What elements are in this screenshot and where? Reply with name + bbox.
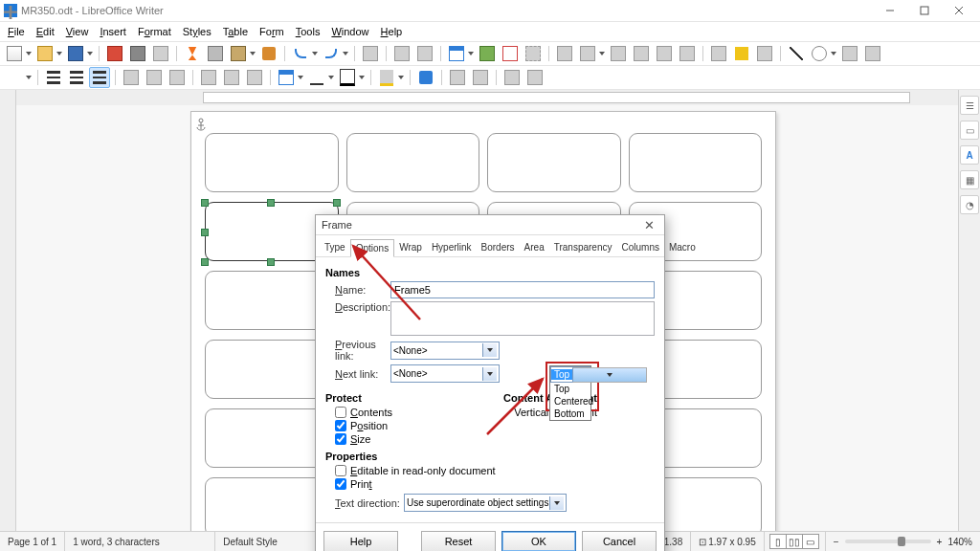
view-multi-icon[interactable]: ▯▯ <box>786 534 803 549</box>
sidebar-gallery-icon[interactable]: ▦ <box>960 170 979 189</box>
cut-button[interactable] <box>182 43 203 64</box>
field-dropdown[interactable] <box>598 52 606 55</box>
menu-file[interactable]: File <box>2 24 31 39</box>
redo-button[interactable] <box>321 43 342 64</box>
line-button[interactable] <box>786 43 807 64</box>
border-color-button[interactable] <box>337 67 358 88</box>
menu-window[interactable]: Window <box>325 24 374 39</box>
draw-functions-button[interactable] <box>839 43 860 64</box>
tab-type[interactable]: Type <box>320 239 350 256</box>
tab-hyperlink[interactable]: Hyperlink <box>427 239 477 256</box>
link-frames-button[interactable] <box>501 67 523 88</box>
tab-columns[interactable]: Columns <box>616 239 663 256</box>
save-dropdown[interactable] <box>86 52 94 55</box>
align-center-h-button[interactable] <box>144 67 165 88</box>
page-break-button[interactable] <box>554 43 575 64</box>
label-cell[interactable] <box>205 133 339 192</box>
areastyle-dropdown[interactable] <box>397 76 405 79</box>
cancel-button[interactable]: Cancel <box>582 531 657 551</box>
unlink-frames-button[interactable] <box>524 67 546 88</box>
frame-properties-button[interactable] <box>415 67 436 88</box>
wrap-through-button[interactable] <box>89 67 110 88</box>
align-right-button[interactable] <box>167 67 188 88</box>
label-cell[interactable] <box>487 133 621 192</box>
tab-area[interactable]: Area <box>520 239 549 256</box>
status-wordcount[interactable]: 1 word, 3 characters <box>65 532 215 551</box>
sidebar-page-icon[interactable]: ▭ <box>960 121 979 140</box>
name-input[interactable] <box>390 281 655 298</box>
menu-help[interactable]: Help <box>375 24 409 39</box>
redo-dropdown[interactable] <box>342 52 349 55</box>
bookmark-button[interactable] <box>677 43 698 64</box>
bring-front-button[interactable] <box>447 67 468 88</box>
menu-format[interactable]: Format <box>132 24 177 39</box>
align-center-v-button[interactable] <box>221 67 242 88</box>
sidebar-navigator-icon[interactable]: ◔ <box>960 195 979 214</box>
help-button[interactable]: Help <box>323 531 398 551</box>
table-dropdown[interactable] <box>467 52 475 55</box>
menu-insert[interactable]: Insert <box>94 24 132 39</box>
print-button[interactable] <box>127 43 148 64</box>
paste-dropdown[interactable] <box>249 52 256 55</box>
spellcheck-button[interactable] <box>391 43 412 64</box>
zoom-in-icon[interactable]: + <box>937 537 943 547</box>
zoom-out-icon[interactable]: − <box>834 537 839 547</box>
special-char-button[interactable] <box>608 43 629 64</box>
tab-options[interactable]: Options <box>350 239 394 257</box>
copy-button[interactable] <box>205 43 226 64</box>
insert-textbox-button[interactable] <box>523 43 544 64</box>
zoom-value[interactable]: 140% <box>947 537 972 547</box>
vertical-alignment-dropdown[interactable]: Top Top Centered Bottom <box>549 365 591 421</box>
resize-handle[interactable] <box>201 199 209 207</box>
menu-table[interactable]: Table <box>217 24 254 39</box>
protect-position-checkbox[interactable]: Position <box>325 420 477 431</box>
paste-button[interactable] <box>228 43 249 64</box>
open-dropdown[interactable] <box>56 52 63 55</box>
zoom-slider[interactable] <box>845 540 931 543</box>
protect-size-checkbox[interactable]: Size <box>325 433 477 445</box>
resize-handle[interactable] <box>267 258 275 266</box>
view-single-icon[interactable]: ▯ <box>769 534 787 549</box>
resize-handle[interactable] <box>267 199 275 207</box>
track-changes-button[interactable] <box>754 43 775 64</box>
borderstyle-dropdown[interactable] <box>327 76 335 79</box>
resize-handle[interactable] <box>201 258 209 266</box>
dropdown-arrow-icon[interactable] <box>572 367 647 383</box>
status-page[interactable]: Page 1 of 1 <box>0 532 65 551</box>
export-pdf-button[interactable] <box>104 43 125 64</box>
tab-wrap[interactable]: Wrap <box>394 239 427 256</box>
open-button[interactable] <box>34 43 56 64</box>
shapes-dropdown[interactable] <box>830 52 837 55</box>
maximize-button[interactable] <box>907 0 942 21</box>
footnote-button[interactable] <box>654 43 675 64</box>
formatting-marks-button[interactable] <box>414 43 435 64</box>
menu-styles[interactable]: Styles <box>177 24 217 39</box>
save-button[interactable] <box>65 43 86 64</box>
valign-option-centered[interactable]: Centered <box>550 395 590 408</box>
align-top-button[interactable] <box>198 67 219 88</box>
close-button[interactable] <box>942 0 976 21</box>
dialog-titlebar[interactable]: Frame ✕ <box>316 215 664 235</box>
wrap-off-button[interactable] <box>43 67 64 88</box>
show-draw-button[interactable] <box>862 43 883 64</box>
resize-handle[interactable] <box>201 229 209 236</box>
borders-button[interactable] <box>276 67 297 88</box>
insert-chart-button[interactable] <box>500 43 521 64</box>
protect-contents-checkbox[interactable]: Contents <box>325 407 477 418</box>
insert-field-button[interactable] <box>577 43 598 64</box>
print-checkbox[interactable]: Print <box>325 478 655 490</box>
minimize-button[interactable] <box>873 0 907 21</box>
next-link-select[interactable]: <None> <box>390 364 500 383</box>
dialog-close-icon[interactable]: ✕ <box>640 218 658 232</box>
hyperlink-button[interactable] <box>631 43 652 64</box>
new-button[interactable] <box>4 43 25 64</box>
tab-transparency[interactable]: Transparency <box>549 239 617 256</box>
menu-tools[interactable]: Tools <box>290 24 326 39</box>
area-style-button[interactable] <box>376 67 397 88</box>
borders-dropdown[interactable] <box>297 76 304 79</box>
valign-option-bottom[interactable]: Bottom <box>550 408 590 420</box>
editable-readonly-checkbox[interactable]: Editable in read-only document <box>325 465 655 476</box>
align-bottom-button[interactable] <box>244 67 265 88</box>
menu-view[interactable]: View <box>60 24 95 39</box>
label-cell[interactable] <box>629 133 763 192</box>
